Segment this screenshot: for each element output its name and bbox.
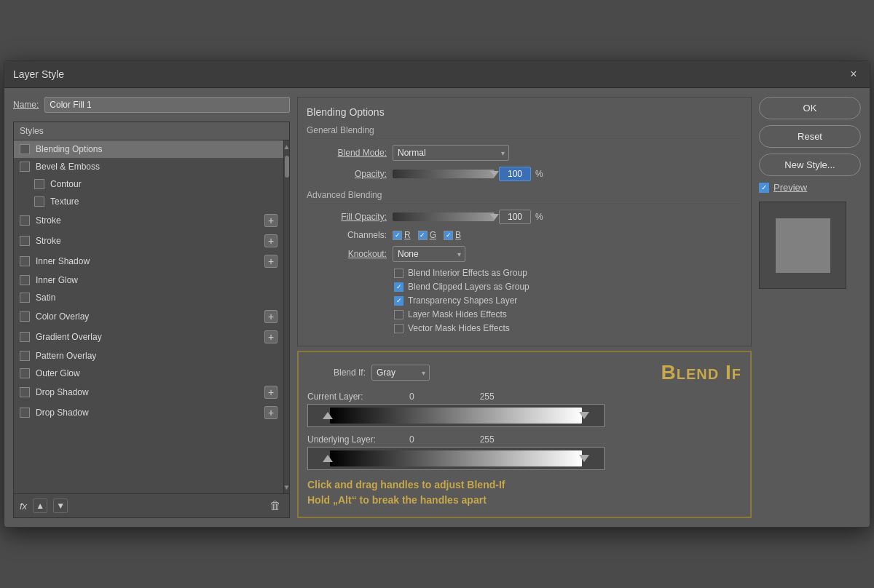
vector-mask-row: Vector Mask Hides Effects [307, 323, 742, 333]
delete-button[interactable]: 🗑 [267, 498, 283, 514]
knockout-select[interactable]: None Shallow Deep [393, 246, 465, 262]
checkbox-contour[interactable] [34, 179, 44, 189]
channels-group: R G B [393, 230, 461, 240]
checkbox-bevel-emboss[interactable] [20, 162, 30, 172]
move-down-button[interactable]: ▼ [53, 498, 68, 513]
sidebar-item-color-overlay[interactable]: Color Overlay+ [14, 306, 283, 327]
checkbox-inner-shadow[interactable] [20, 256, 30, 266]
blend-if-hint-line1: Click and drag handles to adjust Blend-I… [307, 477, 741, 493]
scroll-down-arrow[interactable]: ▼ [281, 481, 289, 493]
layer-mask-checkbox[interactable] [394, 310, 403, 319]
current-layer-handle-right[interactable] [579, 412, 589, 419]
styles-header: Styles [14, 122, 289, 140]
channel-b-checkbox[interactable] [444, 231, 453, 240]
blend-mode-select[interactable]: Normal Dissolve Multiply Screen Overlay [393, 145, 509, 161]
sidebar-item-stroke1[interactable]: Stroke+ [14, 210, 283, 231]
blend-if-channel-select[interactable]: Gray Red Green Blue [371, 365, 430, 381]
sidebar-item-gradient-overlay[interactable]: Gradient Overlay+ [14, 327, 283, 347]
checkbox-drop-shadow2[interactable] [20, 408, 30, 418]
opacity-input[interactable] [499, 167, 531, 181]
checkbox-stroke2[interactable] [20, 236, 30, 246]
checkbox-blending-options[interactable] [20, 144, 30, 154]
label-bevel-emboss: Bevel & Emboss [36, 162, 277, 172]
checkbox-gradient-overlay[interactable] [20, 332, 30, 342]
underlying-layer-slider[interactable] [307, 447, 605, 470]
scroll-thumb[interactable] [285, 156, 289, 178]
underlying-layer-handle-left[interactable] [323, 455, 333, 462]
add-drop-shadow1-button[interactable]: + [264, 386, 277, 399]
fill-opacity-slider-thumb[interactable] [490, 214, 499, 220]
sidebar-item-satin[interactable]: Satin [14, 289, 283, 306]
label-drop-shadow2: Drop Shadow [36, 408, 264, 418]
fill-opacity-slider-track[interactable] [393, 212, 495, 221]
checkbox-color-overlay[interactable] [20, 311, 30, 322]
checkbox-stroke1[interactable] [20, 215, 30, 226]
sidebar-item-inner-shadow[interactable]: Inner Shadow+ [14, 251, 283, 271]
sidebar-item-drop-shadow2[interactable]: Drop Shadow+ [14, 402, 283, 423]
sidebar-item-pattern-overlay[interactable]: Pattern Overlay [14, 347, 283, 365]
sidebar-item-blending-options[interactable]: Blending Options [14, 140, 283, 158]
knockout-wrapper: None Shallow Deep [393, 246, 465, 262]
close-button[interactable]: × [846, 67, 861, 82]
current-layer-max: 255 [480, 392, 495, 402]
ok-button[interactable]: OK [759, 97, 861, 119]
scroll-up-arrow[interactable]: ▲ [281, 140, 289, 153]
fill-opacity-input[interactable] [499, 210, 531, 224]
blend-clipped-checkbox[interactable] [394, 282, 403, 292]
current-layer-handle-left[interactable] [323, 412, 333, 419]
channel-g-checkbox[interactable] [418, 231, 428, 240]
sidebar-item-stroke2[interactable]: Stroke+ [14, 231, 283, 251]
opacity-row: Opacity: % [307, 167, 742, 181]
scrollbar[interactable]: ▲ ▼ [283, 140, 289, 493]
blend-if-controls: Blend If: Gray Red Green Blue [307, 365, 430, 381]
checkbox-pattern-overlay[interactable] [20, 351, 30, 361]
checkbox-outer-glow[interactable] [20, 368, 30, 378]
sidebar-item-inner-glow[interactable]: Inner Glow [14, 271, 283, 289]
channel-g-item: G [418, 230, 436, 240]
opacity-slider-track[interactable] [393, 170, 495, 178]
checkbox-texture[interactable] [34, 196, 44, 207]
sidebar-item-contour[interactable]: Contour [14, 175, 283, 193]
add-gradient-overlay-button[interactable]: + [264, 330, 277, 343]
channel-r-checkbox[interactable] [393, 231, 402, 240]
sidebar-item-outer-glow[interactable]: Outer Glow [14, 365, 283, 382]
advanced-blending-section: Advanced Blending Fill Opacity: % Chann [307, 190, 742, 333]
sidebar-item-bevel-emboss[interactable]: Bevel & Emboss [14, 158, 283, 175]
add-inner-shadow-button[interactable]: + [264, 255, 277, 268]
add-stroke2-button[interactable]: + [264, 234, 277, 247]
preview-inner-square [776, 218, 830, 273]
checkbox-drop-shadow1[interactable] [20, 387, 30, 397]
blend-if-title: Blend If [661, 361, 741, 384]
vector-mask-checkbox[interactable] [394, 324, 403, 333]
current-layer-label-row: Current Layer: 0 255 [307, 392, 741, 402]
checkbox-satin[interactable] [20, 293, 30, 303]
name-input[interactable] [44, 97, 290, 113]
opacity-slider-thumb[interactable] [490, 171, 499, 177]
opacity-percent: % [535, 169, 543, 179]
layer-mask-label: Layer Mask Hides Effects [408, 309, 507, 319]
fx-label: fx [20, 501, 27, 512]
name-label: Name: [13, 100, 39, 110]
name-row: Name: [13, 97, 290, 113]
checkbox-inner-glow[interactable] [20, 275, 30, 285]
new-style-button[interactable]: New Style... [759, 154, 861, 176]
blending-options-title: Blending Options [307, 106, 742, 118]
add-stroke1-button[interactable]: + [264, 214, 277, 227]
transparency-shapes-checkbox[interactable] [394, 296, 403, 306]
underlying-layer-handle-right[interactable] [579, 455, 589, 462]
preview-checkbox[interactable] [759, 183, 769, 193]
sidebar-item-texture[interactable]: Texture [14, 193, 283, 210]
blend-interior-checkbox[interactable] [394, 269, 403, 278]
preview-canvas [759, 202, 846, 289]
add-color-overlay-button[interactable]: + [264, 310, 277, 323]
move-up-button[interactable]: ▲ [33, 498, 47, 513]
current-layer-slider[interactable] [307, 404, 605, 427]
underlying-layer-label: Underlying Layer: [307, 434, 402, 445]
dialog-title: Layer Style [13, 68, 64, 80]
sidebar-item-drop-shadow1[interactable]: Drop Shadow+ [14, 382, 283, 402]
reset-button[interactable]: Reset [759, 125, 861, 148]
dialog-body: Name: Styles Blending OptionsBevel & Emb… [4, 88, 870, 527]
styles-header-label: Styles [20, 126, 44, 136]
label-inner-glow: Inner Glow [36, 275, 277, 285]
add-drop-shadow2-button[interactable]: + [264, 406, 277, 419]
